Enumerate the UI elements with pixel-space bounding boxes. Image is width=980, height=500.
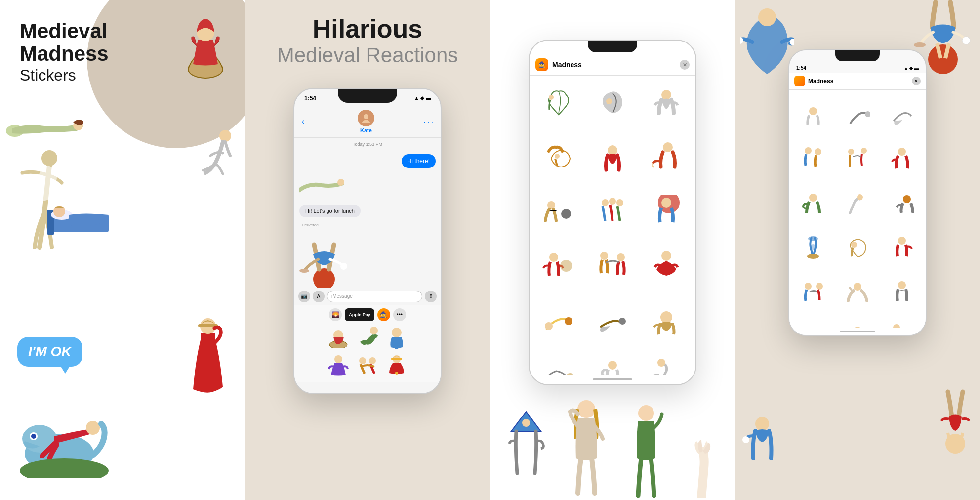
- sticker-hooded-figure: [181, 10, 230, 87]
- p4-sticker-2[interactable]: [836, 92, 879, 135]
- call-icons: · · ·: [424, 118, 433, 125]
- svg-point-52: [661, 251, 671, 261]
- p4-sticker-5[interactable]: [836, 136, 879, 180]
- sticker-contorted-figure: [196, 128, 235, 180]
- sticker-preview-5[interactable]: [354, 352, 381, 379]
- grid-sticker-9[interactable]: [640, 186, 693, 239]
- input-bar: 📷 A iMessage 🎙: [294, 288, 441, 305]
- svg-point-88: [898, 281, 906, 289]
- grid-sticker-1[interactable]: [532, 79, 585, 131]
- p4-sticker-12[interactable]: [880, 225, 924, 269]
- grid-sticker-6[interactable]: [640, 132, 693, 185]
- sticker-preview-4[interactable]: [325, 352, 352, 379]
- app-icon-4: [794, 76, 805, 86]
- timestamp: Today 1:53 PM: [299, 142, 436, 147]
- contact-info: Kate: [308, 110, 423, 133]
- p4-sticker-6[interactable]: [880, 136, 924, 180]
- p4-sticker-16[interactable]: [791, 314, 835, 328]
- sticker-woman-red: [186, 310, 230, 401]
- sticker-preview-1[interactable]: [325, 324, 352, 351]
- sticker-preview-2[interactable]: [354, 324, 381, 351]
- svg-point-68: [914, 42, 926, 47]
- grid-sticker-11[interactable]: [586, 240, 639, 292]
- more-icon[interactable]: •••: [393, 308, 406, 321]
- contact-avatar: [358, 110, 374, 126]
- sticker-header-4: Madness ✕: [789, 73, 926, 90]
- title-line1: Medieval: [20, 20, 109, 42]
- svg-point-61: [522, 419, 530, 427]
- sticker-preview-6[interactable]: [383, 352, 410, 379]
- phone-notch: [338, 89, 397, 103]
- sticker-message-1: [299, 173, 436, 200]
- panel-2: Hilarious Medieval Reactions 1:54 ▲ ◆ ▬ …: [245, 0, 490, 500]
- phone-3-content: 🧙 Madness ✕: [530, 41, 695, 384]
- p4-sticker-18[interactable]: [880, 314, 924, 328]
- p4-sticker-14[interactable]: [836, 270, 879, 313]
- grid-sticker-3[interactable]: [640, 79, 693, 131]
- phone-mockup-4: 1:54 ▲ ◆ ▬ Madness ✕: [788, 49, 927, 336]
- svg-point-72: [805, 147, 812, 154]
- title-line2: Madness: [20, 42, 109, 65]
- p4-sticker-7[interactable]: [791, 181, 835, 224]
- status-icons: ▲ ◆ ▬: [414, 95, 431, 101]
- sticker-message-large: [299, 232, 436, 288]
- svg-point-49: [560, 260, 572, 272]
- panel-2-title: Hilarious Medieval Reactions: [277, 15, 458, 68]
- messages-content: ‹ Kate · · · Today 1:53 PM: [294, 102, 441, 386]
- p4-sticker-8[interactable]: [836, 181, 879, 224]
- app-store-icon[interactable]: A: [313, 291, 325, 302]
- p4-sticker-15[interactable]: [880, 270, 924, 313]
- float-figure-falling: [938, 389, 973, 460]
- sticker-preview-row-1: [297, 324, 438, 351]
- svg-point-53: [545, 322, 553, 330]
- float-figure-blue: [740, 5, 794, 86]
- grid-sticker-10[interactable]: [532, 240, 585, 292]
- status-bar-4: 1:54 ▲ ◆ ▬: [789, 63, 926, 73]
- p4-sticker-1[interactable]: [791, 92, 835, 135]
- mic-icon[interactable]: 🎙: [425, 291, 437, 302]
- svg-point-91: [893, 324, 900, 328]
- grid-sticker-15[interactable]: [640, 293, 693, 346]
- time-display: 1:54: [304, 95, 316, 102]
- svg-point-67: [928, 44, 958, 74]
- sticker-app-icon-drawer[interactable]: 🧙: [377, 308, 390, 321]
- home-indicator-4: [789, 328, 926, 335]
- grid-sticker-12[interactable]: [640, 240, 693, 292]
- float-figure-upside-down: [913, 0, 973, 91]
- grid-sticker-2[interactable]: [586, 79, 639, 131]
- svg-point-47: [661, 198, 671, 208]
- p4-sticker-13[interactable]: [791, 270, 835, 313]
- p4-sticker-9[interactable]: [880, 181, 924, 224]
- svg-point-64: [758, 8, 776, 26]
- grid-sticker-5[interactable]: [586, 132, 639, 185]
- svg-point-50: [600, 252, 608, 260]
- sticker-preview-3[interactable]: [383, 324, 410, 351]
- close-button-3[interactable]: ✕: [680, 60, 690, 70]
- grid-sticker-8[interactable]: [586, 186, 639, 239]
- svg-point-56: [660, 311, 672, 323]
- app-name-4: Madness: [808, 78, 912, 84]
- p4-sticker-11[interactable]: [836, 225, 879, 269]
- grid-sticker-13[interactable]: [532, 293, 585, 346]
- apple-pay-button[interactable]: Apple Pay: [345, 308, 374, 321]
- grid-sticker-4[interactable]: [532, 132, 585, 185]
- photos-icon[interactable]: 🌄: [329, 308, 342, 321]
- sticker-grid-4: [789, 90, 926, 328]
- p4-sticker-3[interactable]: [880, 92, 924, 135]
- svg-point-55: [619, 318, 626, 325]
- sticker-grid-3: [530, 76, 695, 375]
- drawer-toolbar: 🌄 Apple Pay 🧙 •••: [297, 308, 438, 321]
- back-button[interactable]: ‹: [302, 117, 304, 126]
- sticker-drawer: 🌄 Apple Pay 🧙 •••: [294, 305, 441, 382]
- decorative-circle: [87, 0, 265, 148]
- grid-sticker-14[interactable]: [586, 293, 639, 346]
- p4-sticker-10[interactable]: [791, 225, 835, 269]
- p4-sticker-4[interactable]: [791, 136, 835, 180]
- svg-point-36: [606, 98, 612, 104]
- p4-sticker-17[interactable]: [836, 314, 879, 328]
- camera-icon[interactable]: 📷: [298, 291, 310, 302]
- imessage-input[interactable]: iMessage: [327, 291, 422, 302]
- svg-point-80: [808, 236, 818, 241]
- grid-sticker-7[interactable]: [532, 186, 585, 239]
- svg-point-84: [898, 237, 906, 245]
